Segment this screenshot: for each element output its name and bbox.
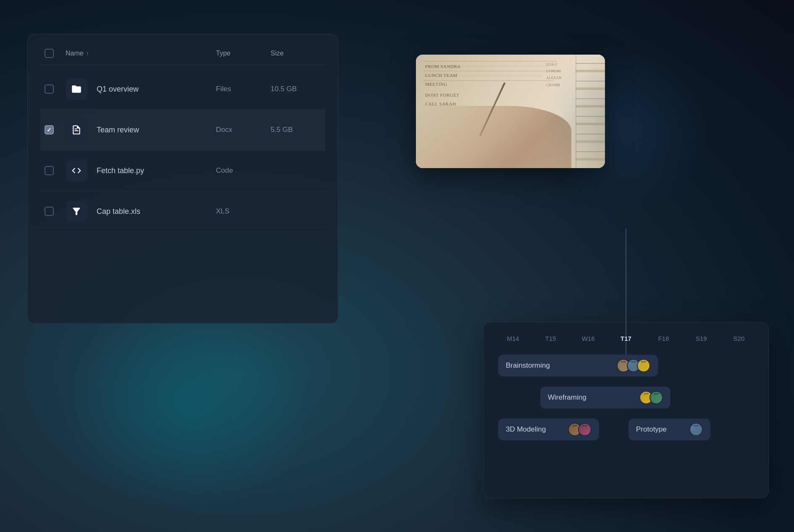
- file-type-team-review: Docx: [216, 126, 271, 134]
- task-label-brainstorming: Brainstorming: [506, 361, 550, 370]
- table-row: Team review Docx 5.5 GB: [40, 110, 325, 150]
- task-label-3d-modeling: 3D Modeling: [506, 425, 546, 434]
- file-name-team-review: Team review: [97, 126, 216, 134]
- file-name-q1: Q1 overview: [97, 85, 216, 94]
- timeline-day-t17-today: T17: [611, 335, 641, 342]
- task-avatars-prototype: [689, 423, 703, 436]
- timeline-rows: Brainstorming Wireframing: [498, 354, 754, 441]
- file-name-cap-table: Cap table.xls: [97, 207, 216, 216]
- timeline-day-s19: S19: [686, 335, 716, 342]
- table-row: Q1 overview Files 10.5 GB: [40, 69, 325, 110]
- timeline-day-s20: S20: [724, 335, 754, 342]
- name-col-label: Name: [66, 50, 84, 57]
- sort-arrow-icon: ↑: [86, 50, 89, 57]
- avatar: [649, 391, 663, 404]
- row-checkbox-col: [45, 166, 66, 175]
- timeline-day-w16: W16: [573, 335, 603, 342]
- col-header-size: Size: [271, 50, 321, 57]
- timeline-day-f18: F18: [649, 335, 678, 342]
- timeline-row-wireframing: Wireframing: [498, 386, 754, 409]
- timeline-day-t15: T15: [536, 335, 565, 342]
- timeline-header: M14 T15 W16 T17 F18 S19 S20: [498, 335, 754, 342]
- avatar: [578, 423, 592, 436]
- task-avatars-3d-modeling: [568, 423, 592, 436]
- task-bar-prototype[interactable]: Prototype: [628, 419, 710, 440]
- timeline-row-brainstorming: Brainstorming: [498, 354, 754, 377]
- file-icon-folder: [66, 78, 87, 100]
- file-icon-document: [66, 119, 87, 141]
- row-checkbox-cap-table[interactable]: [45, 207, 54, 216]
- file-table: Name ↑ Type Size Q1 overview: [28, 34, 338, 240]
- file-type-q1: Files: [216, 85, 271, 93]
- avatar: [689, 423, 703, 436]
- file-size-q1: 10.5 GB: [271, 85, 321, 93]
- col-header-type: Type: [216, 50, 271, 57]
- file-icon-code: [66, 160, 87, 182]
- file-type-fetch-table: Code: [216, 166, 271, 175]
- table-header: Name ↑ Type Size: [40, 42, 325, 65]
- file-type-cap-table: XLS: [216, 207, 271, 216]
- table-row: Fetch table.py Code: [40, 150, 325, 191]
- row-checkbox-col: [45, 125, 66, 134]
- task-label-prototype: Prototype: [636, 425, 667, 434]
- task-label-wireframing: Wireframing: [548, 393, 586, 402]
- row-checkbox-col: [45, 207, 66, 216]
- notebook-image: FROM SANDRA LUNCH TEAM MEETING DONT FORG…: [416, 55, 605, 168]
- row-checkbox-fetch-table[interactable]: [45, 166, 54, 175]
- avatar: [637, 359, 650, 372]
- timeline-card: M14 T15 W16 T17 F18 S19 S20 Brainstormin…: [483, 322, 769, 498]
- select-all-checkbox[interactable]: [45, 49, 54, 58]
- task-bar-brainstorming[interactable]: Brainstorming: [498, 355, 658, 377]
- file-name-fetch-table: Fetch table.py: [97, 166, 216, 175]
- task-bar-wireframing[interactable]: Wireframing: [540, 387, 670, 408]
- task-avatars-wireframing: [639, 391, 663, 404]
- file-size-team-review: 5.5 GB: [271, 126, 321, 134]
- file-manager-card: Name ↑ Type Size Q1 overview: [27, 34, 338, 324]
- row-checkbox-q1[interactable]: [45, 84, 54, 94]
- header-checkbox-col: [45, 49, 66, 58]
- image-preview-card: FROM SANDRA LUNCH TEAM MEETING DONT FORG…: [416, 55, 605, 168]
- task-bar-3d-modeling[interactable]: 3D Modeling: [498, 419, 599, 440]
- timeline-day-m14: M14: [498, 335, 528, 342]
- col-header-name[interactable]: Name ↑: [66, 50, 216, 57]
- timeline-row-3d-and-prototype: 3D Modeling Prototype: [498, 418, 754, 441]
- row-checkbox-team-review[interactable]: [45, 125, 54, 134]
- row-checkbox-col: [45, 84, 66, 94]
- table-row: Cap table.xls XLS: [40, 191, 325, 232]
- task-avatars-brainstorming: [617, 359, 650, 372]
- file-icon-filter: [66, 200, 87, 222]
